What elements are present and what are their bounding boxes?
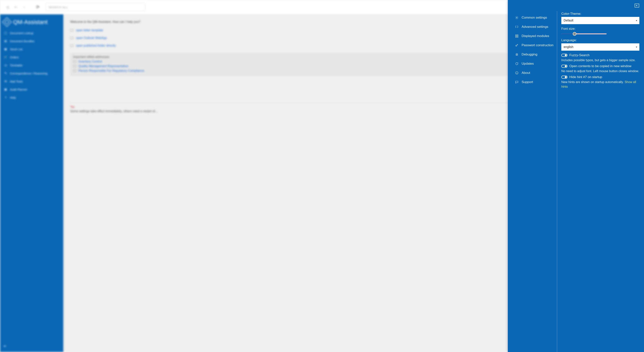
settings-menu-label: About: [522, 71, 530, 75]
settings-menu-label: Advanced settings: [522, 25, 548, 29]
sidebar-item-mail-tools[interactable]: ✉Mail Tools: [0, 77, 63, 85]
language-field: Language: english ▾: [561, 38, 640, 51]
settings-menu-common[interactable]: Common settings: [515, 13, 555, 22]
sidebar-item-stock-list[interactable]: ▦Stock List: [0, 45, 63, 53]
settings-menu-label: Passwort construction: [522, 43, 554, 47]
chevron-down-icon: ▾: [636, 19, 637, 22]
settings-menu-label: Common settings: [522, 16, 547, 20]
key-icon: [515, 43, 519, 48]
sidebar-item-help[interactable]: ?Help: [0, 94, 63, 102]
settings-menu: Common settings Advanced settings Displa…: [515, 11, 555, 352]
mail-icon: ✉: [4, 80, 7, 83]
svg-point-6: [516, 45, 517, 46]
app-title: QM-Assistant: [0, 16, 63, 29]
sidebar-item-audit-planner[interactable]: ▣Audit Planner: [0, 85, 63, 94]
help-icon: ?: [4, 96, 7, 99]
language-value: english: [564, 45, 574, 49]
color-theme-select[interactable]: Default ▾: [561, 17, 640, 24]
settings-menu-about[interactable]: About: [515, 68, 555, 78]
mail-icon: [73, 65, 76, 67]
bundle-icon: ▤: [4, 39, 7, 43]
settings-menu-label: Updates: [522, 62, 534, 66]
sidebar-item-orders[interactable]: 🛒Orders: [0, 53, 63, 61]
svg-rect-4: [516, 36, 516, 38]
info-icon: [515, 71, 519, 75]
sidebar-item-document-bundles[interactable]: ▤Document Bundles: [0, 37, 63, 45]
hide-hint-row: Hide hint #7 on startup: [561, 75, 640, 79]
svg-rect-3: [517, 35, 518, 36]
settings-panel: Common settings Advanced settings Displa…: [508, 0, 644, 352]
sidebar-item-timetable[interactable]: ◷Timetable: [0, 61, 63, 69]
settings-menu-password[interactable]: Passwort construction: [515, 41, 555, 50]
mail-icon: [73, 70, 76, 72]
sidebar-item-correspondence[interactable]: ✎Correspondence / Reasoning: [0, 69, 63, 77]
app-logo-icon: [2, 17, 12, 27]
cart-icon: 🛒: [4, 56, 7, 59]
pen-icon: ✎: [4, 72, 7, 75]
settings-menu-label: Support: [522, 80, 533, 84]
svg-point-1: [516, 17, 518, 18]
back-icon[interactable]: ←: [12, 3, 20, 11]
settings-menu-modules[interactable]: Displayed modules: [515, 32, 555, 41]
settings-menu-label: Displayed modules: [522, 34, 549, 38]
home-icon[interactable]: ⌂: [4, 3, 12, 11]
settings-menu-debug[interactable]: Debugging: [515, 50, 555, 59]
close-panel-icon[interactable]: [634, 3, 640, 8]
color-theme-label: Color-Theme:: [561, 12, 640, 16]
chat-icon: [515, 80, 519, 84]
open-new-window-toggle[interactable]: [561, 65, 568, 68]
svg-rect-5: [517, 36, 518, 38]
window-icon: [70, 37, 73, 39]
calendar-icon: ▣: [4, 88, 7, 91]
open-new-window-desc: No need to adjust font. Left mouse butto…: [561, 69, 640, 73]
color-theme-field: Color-Theme: Default ▾: [561, 12, 640, 24]
mail-icon: [73, 60, 76, 63]
search-placeholder: SEARCH ALL: [48, 6, 68, 9]
hide-hint-label: Hide hint #7 on startup: [570, 75, 602, 79]
gear-icon: [515, 16, 519, 20]
settings-menu-advanced[interactable]: Advanced settings: [515, 22, 555, 32]
open-new-window-row: Open contents to be copied in new window: [561, 64, 640, 68]
app-title-text: QM-Assistant: [13, 19, 48, 25]
update-icon: [515, 62, 519, 66]
fuzzy-search-row: Fuzzy-Search: [561, 53, 640, 57]
list-icon: ▦: [4, 48, 7, 51]
language-label: Language:: [561, 38, 640, 42]
folder-icon: [70, 44, 73, 47]
collapse-sidebar-icon[interactable]: ⇤: [4, 344, 7, 348]
open-new-window-label: Open contents to be copied in new window: [570, 64, 631, 68]
color-theme-value: Default: [564, 19, 574, 22]
clock-icon: ◷: [4, 64, 7, 67]
hide-hint-desc: New hints are shown on startup automatic…: [561, 80, 640, 88]
sidebar-item-document-lookup[interactable]: ▢Document Lookup: [0, 29, 63, 37]
settings-content-common: Color-Theme: Default ▾ Font size: Langua…: [561, 11, 640, 352]
chevron-down-icon: ▾: [636, 46, 637, 48]
refresh-icon[interactable]: ⟳: [34, 3, 42, 11]
grid-icon: [515, 34, 519, 38]
font-size-field: Font size:: [561, 27, 640, 36]
settings-menu-label: Debugging: [522, 52, 537, 56]
hide-hint-toggle[interactable]: [561, 76, 568, 79]
sidebar: QM-Assistant ▢Document Lookup ▤Document …: [0, 14, 63, 352]
bug-icon: [515, 52, 519, 56]
settings-panel-header: [508, 0, 644, 11]
settings-menu-updates[interactable]: Updates: [515, 59, 555, 68]
forward-icon: →: [20, 3, 28, 11]
settings-menu-support[interactable]: Support: [515, 78, 555, 87]
braces-icon: [515, 25, 519, 29]
window-icon: [70, 29, 73, 32]
language-select[interactable]: english ▾: [561, 43, 640, 51]
fuzzy-search-toggle[interactable]: [561, 54, 568, 57]
fuzzy-search-label: Fuzzy-Search: [570, 53, 590, 57]
font-size-label: Font size:: [561, 27, 640, 31]
document-icon: ▢: [4, 31, 7, 35]
font-size-slider[interactable]: [561, 32, 640, 36]
hide-hint-desc-text: New hints are shown on startup automatic…: [561, 80, 624, 84]
search-input[interactable]: SEARCH ALL: [46, 3, 146, 11]
fuzzy-search-desc: Includes possible typos, but gets a bigg…: [561, 58, 640, 62]
slider-thumb[interactable]: [573, 32, 576, 36]
svg-rect-2: [516, 35, 516, 36]
